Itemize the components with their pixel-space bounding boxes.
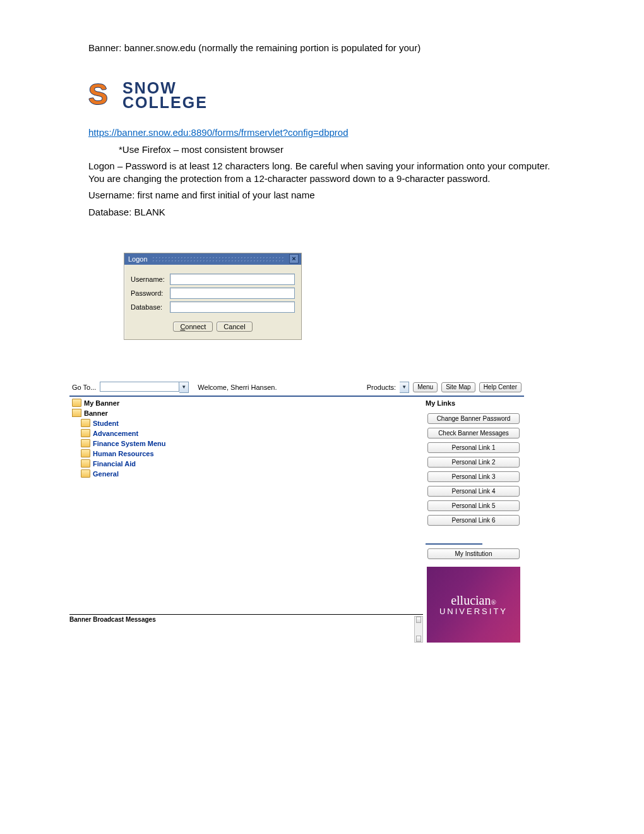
logon-title-text: Logon xyxy=(128,255,148,263)
broadcast-messages-label: Banner Broadcast Messages xyxy=(69,616,156,643)
menu-button[interactable]: Menu xyxy=(413,382,438,392)
help-center-button[interactable]: Help Center xyxy=(479,382,522,392)
logon-titlebar[interactable]: Logon × xyxy=(124,253,301,265)
welcome-text: Welcome, Sherri Hansen. xyxy=(198,384,277,391)
products-label: Products: xyxy=(367,384,396,391)
check-banner-messages-button[interactable]: Check Banner Messages xyxy=(427,428,520,438)
firefox-note: *Use Firefox – most consistent browser xyxy=(119,143,556,156)
username-format-note: Username: first name and first initial o… xyxy=(88,189,556,202)
close-icon[interactable]: × xyxy=(289,254,299,263)
folder-icon xyxy=(72,399,81,407)
products-dropdown-icon[interactable]: ▼ xyxy=(400,382,409,393)
personal-link-1-button[interactable]: Personal Link 1 xyxy=(427,442,520,453)
goto-dropdown-icon[interactable]: ▼ xyxy=(179,382,189,393)
folder-icon xyxy=(81,439,90,447)
password-label: Password: xyxy=(131,289,170,297)
divider xyxy=(426,543,482,545)
banner-main-screenshot: Go To... ▼ Welcome, Sherri Hansen. Produ… xyxy=(69,380,524,643)
goto-label: Go To... xyxy=(72,384,96,391)
tree-item-finance-system-menu[interactable]: Finance System Menu xyxy=(81,438,423,449)
tree-item-general[interactable]: General xyxy=(81,469,423,479)
snow-college-logo: S SNOW COLLEGE xyxy=(88,80,556,111)
my-links-pane: My Links Change Banner Password Check Ba… xyxy=(423,396,524,643)
cancel-button[interactable]: Cancel xyxy=(217,322,252,332)
nav-tree-pane: My Banner Banner Student Advancement Fin… xyxy=(69,396,423,643)
banner-topbar: Go To... ▼ Welcome, Sherri Hansen. Produ… xyxy=(69,380,524,396)
banner-url-link[interactable]: https://banner.snow.edu:8890/forms/frmse… xyxy=(88,127,349,138)
personal-link-3-button[interactable]: Personal Link 3 xyxy=(427,471,520,482)
personal-link-5-button[interactable]: Personal Link 5 xyxy=(427,500,520,511)
change-banner-password-button[interactable]: Change Banner Password xyxy=(427,413,520,424)
site-map-button[interactable]: Site Map xyxy=(441,382,475,392)
titlebar-grip-icon xyxy=(152,256,285,262)
tree-item-my-banner[interactable]: My Banner xyxy=(72,398,423,408)
tree-item-banner[interactable]: Banner xyxy=(72,408,423,418)
password-input[interactable] xyxy=(170,287,295,299)
registered-icon: ® xyxy=(491,598,496,606)
tree-item-student[interactable]: Student xyxy=(81,418,423,428)
my-links-header: My Links xyxy=(423,398,524,413)
database-note: Database: BLANK xyxy=(88,206,556,219)
broadcast-scrollbar[interactable] xyxy=(414,616,423,643)
folder-icon xyxy=(81,469,90,478)
tree-item-human-resources[interactable]: Human Resources xyxy=(81,449,423,459)
folder-icon xyxy=(81,449,90,457)
logon-dialog: Logon × Username: Password: Database: xyxy=(124,253,302,340)
folder-icon xyxy=(81,419,90,427)
tree-item-advancement[interactable]: Advancement xyxy=(81,428,423,438)
my-institution-button[interactable]: My Institution xyxy=(427,548,520,559)
logon-password-note: Logon – Password is at least 12 characte… xyxy=(88,160,556,186)
snow-word-2: COLLEGE xyxy=(122,95,208,111)
username-label: Username: xyxy=(131,275,170,283)
personal-link-2-button[interactable]: Personal Link 2 xyxy=(427,457,520,468)
snow-logo-s-icon: S xyxy=(88,80,116,111)
username-input[interactable] xyxy=(170,274,295,285)
goto-input[interactable] xyxy=(100,382,179,392)
personal-link-6-button[interactable]: Personal Link 6 xyxy=(427,515,520,526)
folder-open-icon xyxy=(72,409,81,417)
database-input[interactable] xyxy=(170,301,295,313)
ellucian-brand-text: ellucian xyxy=(451,593,491,607)
database-label: Database: xyxy=(131,303,170,311)
tree-item-financial-aid[interactable]: Financial Aid xyxy=(81,459,423,469)
snow-logo-text: SNOW COLLEGE xyxy=(122,81,208,111)
folder-icon xyxy=(81,459,90,468)
personal-link-4-button[interactable]: Personal Link 4 xyxy=(427,486,520,497)
folder-icon xyxy=(81,429,90,437)
connect-button[interactable]: Connect xyxy=(173,322,213,332)
doc-line-banner-host: Banner: banner.snow.edu (normally the re… xyxy=(88,42,556,54)
ellucian-subtext: UNIVERSITY xyxy=(439,607,508,616)
ellucian-university-tile[interactable]: ellucian® UNIVERSITY xyxy=(427,567,520,643)
